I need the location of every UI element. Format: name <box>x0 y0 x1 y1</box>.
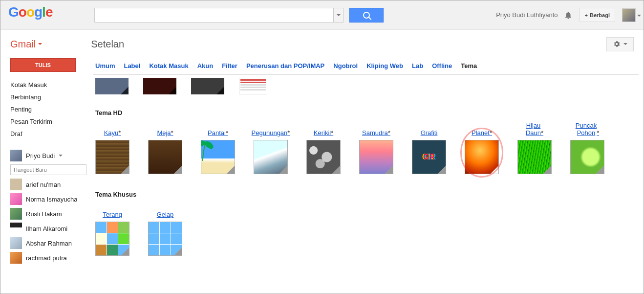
section-title-hd: Tema HD <box>95 109 639 116</box>
theme-swatch[interactable] <box>95 78 129 94</box>
main-pane: UmumLabelKotak MasukAkunFilterPenerusan … <box>88 58 644 294</box>
settings-tab[interactable]: Lab <box>412 58 423 74</box>
compose-button[interactable]: TULIS <box>10 58 76 72</box>
search-options-dropdown[interactable] <box>334 8 343 23</box>
chevron-down-icon <box>59 155 63 157</box>
theme-name[interactable]: Pegunungan <box>254 123 288 137</box>
gmail-selector[interactable]: Gmail <box>10 39 42 50</box>
search-button[interactable] <box>349 8 384 23</box>
sidebar-label[interactable]: Penting <box>10 103 84 115</box>
theme-thumbnail[interactable] <box>95 222 129 256</box>
chevron-down-icon <box>623 43 627 45</box>
hangout-new-input[interactable] <box>10 164 86 175</box>
hangout-contact[interactable]: arief nu'man <box>10 177 84 192</box>
sidebar-label[interactable]: Draf <box>10 128 84 140</box>
avatar <box>10 193 22 205</box>
theme-name[interactable]: Planet <box>465 123 499 137</box>
theme-swatch[interactable] <box>143 78 176 94</box>
theme-name[interactable]: Terang <box>95 205 129 219</box>
settings-tabs: UmumLabelKotak MasukAkunFilterPenerusan … <box>93 58 639 75</box>
theme-name[interactable]: Samudra <box>359 123 393 137</box>
user-name[interactable]: Priyo Budi Luthfiyanto <box>496 11 558 19</box>
notifications-icon[interactable] <box>564 11 573 20</box>
chevron-down-icon <box>637 15 641 17</box>
chevron-down-icon <box>337 14 341 16</box>
sidebar-label[interactable]: Kotak Masuk <box>10 79 84 91</box>
settings-tab[interactable]: Penerusan dan POP/IMAP <box>246 58 324 74</box>
hangout-contact[interactable]: Rusli Hakam <box>10 206 84 221</box>
search-input[interactable] <box>94 8 334 23</box>
settings-tab[interactable]: Akun <box>197 58 214 74</box>
app-bar: Gmail Setelan <box>0 30 644 58</box>
theme-thumbnail[interactable] <box>201 140 235 174</box>
google-logo[interactable]: Google <box>8 5 65 25</box>
theme-thumbnail[interactable] <box>359 140 393 174</box>
section-title-custom: Tema Khusus <box>95 191 639 198</box>
settings-tab[interactable]: Ngobrol <box>333 58 358 74</box>
theme-name[interactable]: Pantai <box>201 123 235 137</box>
hangouts-self[interactable]: Priyo Budi <box>10 150 84 161</box>
settings-tab[interactable]: Umum <box>95 58 115 74</box>
settings-tab[interactable]: Kliping Web <box>366 58 403 74</box>
settings-tab[interactable]: Kotak Masuk <box>149 58 188 74</box>
avatar <box>10 223 22 234</box>
account-avatar[interactable] <box>622 8 636 22</box>
theme-thumbnail[interactable] <box>148 222 182 256</box>
page-title: Setelan <box>91 39 124 50</box>
theme-thumbnail[interactable] <box>148 140 182 174</box>
theme-thumbnail[interactable] <box>465 140 499 174</box>
hangout-contact[interactable]: Abshar Rahman <box>10 236 84 250</box>
theme-name[interactable]: Kerikil <box>306 123 341 137</box>
avatar <box>10 179 22 190</box>
theme-thumbnail[interactable] <box>95 140 129 174</box>
avatar <box>10 150 22 161</box>
avatar <box>10 252 22 264</box>
hangout-contact[interactable]: Norma Ismayucha <box>10 192 84 206</box>
theme-name[interactable]: Gelap <box>148 205 182 219</box>
settings-gear-button[interactable] <box>606 37 634 51</box>
share-button[interactable]: +Berbagi <box>580 8 615 22</box>
theme-name[interactable]: Kayu <box>95 123 129 137</box>
sidebar-label[interactable]: Berbintang <box>10 91 84 103</box>
theme-thumbnail[interactable] <box>254 140 288 174</box>
settings-tab[interactable]: Filter <box>222 58 237 74</box>
chevron-down-icon <box>38 43 42 45</box>
avatar <box>10 237 22 249</box>
search-icon <box>363 12 370 19</box>
settings-tab[interactable]: Label <box>124 58 140 74</box>
sidebar-label[interactable]: Pesan Terkirim <box>10 115 84 128</box>
hangout-contact[interactable]: rachmad putra <box>10 250 84 265</box>
sidebar: TULIS Kotak MasukBerbintangPentingPesan … <box>0 58 88 294</box>
theme-name[interactable]: Puncak Pohon <box>570 123 604 137</box>
settings-tab[interactable]: Tema <box>461 58 477 74</box>
avatar <box>10 208 22 220</box>
settings-tab[interactable]: Offline <box>432 58 452 74</box>
theme-thumbnail[interactable] <box>517 140 552 174</box>
theme-name[interactable]: Hijau Daun <box>517 123 552 137</box>
search-form <box>94 8 384 23</box>
theme-swatch[interactable] <box>191 78 224 94</box>
theme-thumbnail[interactable]: GR <box>412 140 446 174</box>
theme-name[interactable]: Meja <box>148 123 182 137</box>
google-bar: Google Priyo Budi Luthfiyanto +Berbagi <box>0 0 644 30</box>
theme-swatch[interactable] <box>239 78 267 94</box>
theme-name[interactable]: Grafiti <box>412 123 446 137</box>
hangout-contact[interactable]: Ilham Alkaromi <box>10 221 84 236</box>
theme-thumbnail[interactable] <box>570 140 604 174</box>
theme-thumbnail[interactable] <box>306 140 341 174</box>
